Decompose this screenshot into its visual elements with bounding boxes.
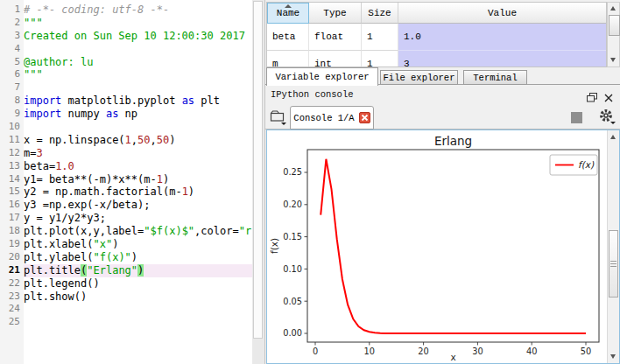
tab-close-badge-icon[interactable]	[359, 112, 370, 123]
editor-gutter[interactable]: 1234567891011121314151617181920212223242…	[0, 0, 24, 364]
code-line: plt.show()	[24, 290, 252, 304]
line-number[interactable]: 17	[0, 212, 24, 225]
scroll-down-icon[interactable]	[610, 58, 616, 62]
svg-text:50: 50	[581, 346, 591, 356]
cell-value[interactable]: 1.0	[398, 24, 606, 51]
close-icon[interactable]	[604, 90, 613, 99]
line-number[interactable]: 9	[0, 108, 24, 121]
scroll-up-icon[interactable]	[610, 6, 616, 10]
line-number[interactable]: 14	[0, 173, 24, 186]
editor-text-area[interactable]: # -*- coding: utf-8 -*-"""Created on Sun…	[24, 4, 252, 362]
right-panel: Name Type Size Value betafloat11.0mint13	[264, 0, 620, 364]
scroll-up-icon[interactable]	[610, 135, 616, 139]
line-number[interactable]: 25	[0, 316, 24, 329]
line-number[interactable]: 20	[0, 251, 24, 264]
column-header-size[interactable]: Size	[362, 3, 398, 24]
column-header-name[interactable]: Name	[267, 3, 309, 24]
code-line: plt.ylabel("f(x)")	[24, 251, 252, 264]
line-number[interactable]: 18	[0, 225, 24, 238]
column-header-type[interactable]: Type	[309, 3, 362, 24]
svg-text:f(x): f(x)	[269, 238, 279, 254]
line-number[interactable]: 1	[0, 4, 24, 17]
tab-label: Variable explorer	[275, 72, 369, 82]
variable-explorer-table: Name Type Size Value betafloat11.0mint13	[266, 2, 607, 67]
svg-text:f(x): f(x)	[578, 159, 595, 170]
editor-scrollbar-thumb[interactable]	[253, 1, 263, 339]
scrollbar-thumb[interactable]	[609, 230, 618, 298]
code-line	[24, 43, 252, 56]
column-header-label: Value	[488, 8, 517, 18]
undock-icon[interactable]	[587, 90, 597, 100]
column-header-label: Name	[277, 8, 299, 18]
line-number[interactable]: 23	[0, 290, 24, 304]
console-tab-label: Console 1/A	[293, 113, 354, 123]
sort-ascending-icon	[285, 4, 292, 8]
tab-label: File explorer	[384, 73, 455, 83]
cell-size[interactable]: 1	[362, 51, 398, 67]
code-line: """	[24, 68, 252, 81]
line-number[interactable]: 5	[0, 56, 24, 69]
line-number[interactable]: 8	[0, 94, 24, 108]
cell-value[interactable]: 3	[398, 51, 606, 67]
code-line: x = np.linspace(1,50,50)	[24, 134, 252, 147]
line-number[interactable]: 16	[0, 199, 24, 212]
code-line: y3 =np.exp(-x/beta);	[24, 199, 252, 212]
line-number[interactable]: 15	[0, 186, 24, 199]
line-number[interactable]: 11	[0, 134, 24, 147]
column-header-label: Size	[368, 8, 391, 18]
code-line: y1= beta**(-m)*x**(m-1)	[24, 173, 252, 186]
line-number[interactable]: 13	[0, 160, 24, 173]
line-number[interactable]: 12	[0, 147, 24, 160]
line-number[interactable]: 24	[0, 303, 24, 316]
tab-console-1a[interactable]: Console 1/A	[290, 106, 374, 130]
cell-size[interactable]: 1	[362, 24, 398, 51]
stop-icon[interactable]	[571, 112, 582, 123]
cell-name[interactable]: beta	[267, 24, 309, 51]
line-number[interactable]: 10	[0, 121, 24, 134]
scrollbar-grip	[610, 261, 616, 268]
scrollbar-thumb[interactable]	[609, 15, 620, 36]
console-scrollbar[interactable]	[607, 130, 619, 363]
svg-text:Erlang: Erlang	[434, 134, 472, 148]
line-number[interactable]: 21	[0, 264, 24, 277]
code-line: import matplotlib.pyplot as plt	[24, 94, 252, 108]
svg-text:0.05: 0.05	[283, 297, 302, 306]
gear-icon[interactable]	[597, 107, 616, 126]
line-number[interactable]: 3	[0, 30, 24, 43]
code-line: plt.legend()	[24, 277, 252, 290]
line-number[interactable]: 4	[0, 43, 24, 56]
column-header-label: Type	[323, 8, 346, 18]
column-header-value[interactable]: Value	[398, 3, 606, 24]
code-line: @author: lu	[24, 56, 252, 69]
line-number[interactable]: 6	[0, 68, 24, 81]
scroll-down-icon[interactable]	[610, 354, 616, 359]
cell-type[interactable]: int	[309, 51, 362, 67]
svg-text:0.25: 0.25	[283, 167, 302, 177]
svg-text:40: 40	[526, 346, 537, 356]
tab-label: Terminal	[473, 73, 517, 83]
folder-icon[interactable]	[269, 108, 289, 126]
tab-variable-explorer[interactable]: Variable explorer	[266, 67, 378, 86]
console-output-area[interactable]: Erlang0.000.050.100.150.200.250102030405…	[266, 130, 620, 364]
line-number[interactable]: 19	[0, 238, 24, 251]
line-number[interactable]: 7	[0, 81, 24, 94]
svg-text:0.15: 0.15	[283, 232, 302, 242]
code-line: plt.plot(x,y,label="$f(x)$",color="r	[24, 225, 252, 238]
table-body: betafloat11.0mint13	[267, 24, 606, 67]
tab-terminal[interactable]: Terminal	[463, 70, 527, 85]
code-line: m=3	[24, 147, 252, 160]
line-number[interactable]: 2	[0, 17, 24, 30]
line-number[interactable]: 22	[0, 277, 24, 290]
svg-text:0.20: 0.20	[283, 200, 302, 209]
code-editor[interactable]: 1234567891011121314151617181920212223242…	[0, 0, 264, 364]
code-line: plt.xlabel("x")	[24, 238, 252, 251]
cell-type[interactable]: float	[309, 24, 362, 51]
code-line: # -*- coding: utf-8 -*-	[24, 4, 252, 17]
cell-name[interactable]: m	[267, 51, 309, 67]
variable-explorer-scrollbar[interactable]	[607, 2, 620, 67]
code-line: beta=1.0	[24, 160, 252, 173]
tab-file-explorer[interactable]: File explorer	[380, 70, 458, 85]
editor-scrollbar[interactable]	[252, 0, 264, 364]
svg-text:20: 20	[418, 346, 428, 356]
svg-text:0.00: 0.00	[283, 328, 302, 338]
